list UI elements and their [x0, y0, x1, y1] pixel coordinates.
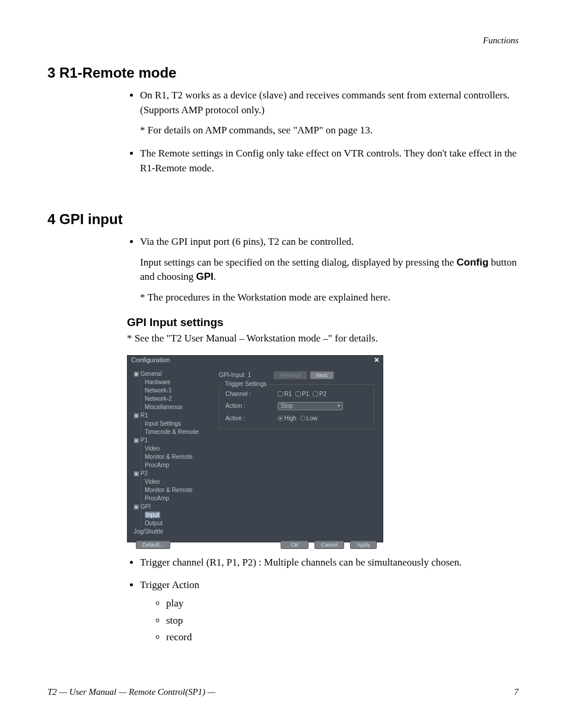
default-button[interactable]: Default...: [136, 541, 170, 549]
action-label: Action :: [225, 403, 278, 409]
active-high-radio[interactable]: High: [278, 415, 297, 422]
list-item: stop: [166, 614, 519, 628]
channel-r1-checkbox[interactable]: R1: [278, 391, 292, 397]
list-item: record: [166, 630, 519, 645]
note-text: * The procedures in the Workstation mode…: [140, 290, 519, 305]
tree-node-p2-procamp[interactable]: ProcAmp: [145, 494, 213, 503]
body-paragraph: Input settings can be specified on the s…: [140, 256, 519, 285]
tree-node-p1[interactable]: P1: [141, 437, 148, 443]
gpi-input-label: GPI-Input: [219, 372, 244, 378]
tree-node-network1[interactable]: Network-1: [145, 387, 213, 395]
list-item: Via the GPI input port (6 pins), T2 can …: [140, 235, 519, 305]
page-number: 7: [514, 687, 519, 697]
config-tree[interactable]: ▣ General Hardware Network-1 Network-2 M…: [128, 370, 217, 536]
gpi-ref: GPI: [196, 271, 213, 282]
body-text: On R1, T2 works as a device (slave) and …: [140, 90, 510, 116]
channel-p2-checkbox[interactable]: P2: [313, 391, 326, 397]
tree-node-misc[interactable]: Miscellaneous: [145, 403, 213, 411]
close-icon[interactable]: ×: [374, 356, 379, 364]
gpi-input-settings-heading: GPI Input settings: [127, 316, 519, 329]
channel-p1-checkbox[interactable]: P1: [295, 391, 309, 397]
list-item: Trigger Action play stop record: [140, 578, 519, 645]
footer-left: T2 — User Manual — Remote Control(SP1) —: [47, 687, 215, 697]
cancel-button[interactable]: Cancel: [314, 541, 344, 549]
trigger-form: GPI-Input 1 Previous Next Trigger Settin…: [217, 370, 383, 536]
next-button[interactable]: Next: [310, 371, 334, 379]
active-low-radio[interactable]: Low: [300, 415, 317, 422]
after-dialog-list: Trigger channel (R1, P1, P2) : Multiple …: [127, 555, 519, 645]
tree-node-p1-procamp[interactable]: ProcAmp: [145, 461, 213, 470]
gpi-input-number: 1: [247, 372, 251, 378]
list-item: Trigger channel (R1, P1, P2) : Multiple …: [140, 555, 519, 570]
body-text: The Remote settings in Config only take …: [140, 148, 517, 174]
action-select[interactable]: Stop▾: [278, 402, 343, 410]
tree-node-p1-monitor[interactable]: Monitor & Remote: [145, 453, 213, 461]
list-item: On R1, T2 works as a device (slave) and …: [140, 88, 519, 138]
previous-button: Previous: [274, 371, 307, 379]
section3-heading: 3 R1-Remote mode: [47, 65, 519, 81]
note-text: * See the "T2 User Manual – Workstation …: [127, 333, 519, 344]
section4-heading: 4 GPI input: [47, 211, 519, 228]
dialog-title: Configuration: [131, 356, 170, 363]
tree-node-gpi[interactable]: GPI: [141, 503, 151, 510]
tree-node-r1[interactable]: R1: [141, 412, 148, 419]
list-item: play: [166, 596, 519, 611]
tree-node-gpi-input[interactable]: Input: [145, 511, 213, 519]
tree-node-gpi-output[interactable]: Output: [145, 519, 213, 528]
text-run: .: [214, 271, 216, 282]
dialog-titlebar: Configuration ×: [128, 356, 383, 364]
tree-node-hardware[interactable]: Hardware: [145, 378, 213, 387]
list-item: The Remote settings in Config only take …: [140, 146, 519, 175]
tree-node-input-settings[interactable]: Input Settings: [145, 420, 213, 428]
tree-node-p2[interactable]: P2: [141, 470, 148, 477]
apply-button[interactable]: Apply: [350, 541, 377, 549]
ok-button[interactable]: OK: [281, 541, 309, 549]
channel-label: Channel :: [225, 391, 278, 397]
configuration-dialog: Configuration × ▣ General Hardware Netwo…: [127, 355, 383, 542]
tree-node-timecode[interactable]: Timecode & Remote: [145, 428, 213, 436]
chevron-down-icon: ▾: [338, 403, 340, 408]
tree-node-p2-monitor[interactable]: Monitor & Remote: [145, 486, 213, 494]
config-ref: Config: [457, 257, 489, 268]
body-text: Trigger Action: [140, 579, 199, 590]
tree-node-network2[interactable]: Network-2: [145, 395, 213, 403]
tree-node-p2-video[interactable]: Video: [145, 478, 213, 486]
tree-node-p1-video[interactable]: Video: [145, 445, 213, 453]
section4-list: Via the GPI input port (6 pins), T2 can …: [127, 235, 519, 305]
body-text: Via the GPI input port (6 pins), T2 can …: [140, 236, 354, 247]
text-run: Input settings can be specified on the s…: [140, 257, 457, 268]
section3-list: On R1, T2 works as a device (slave) and …: [127, 88, 519, 175]
trigger-legend: Trigger Settings: [223, 381, 268, 387]
active-label: Active :: [225, 415, 278, 422]
tree-node-jog[interactable]: Jog/Shuttle: [133, 528, 213, 536]
tree-node-general[interactable]: General: [141, 371, 162, 377]
body-text: Trigger channel (R1, P1, P2) : Multiple …: [140, 557, 462, 568]
running-header: Functions: [47, 36, 519, 46]
note-text: * For details on AMP commands, see "AMP"…: [140, 123, 519, 138]
trigger-settings-group: Trigger Settings Channel : R1 P1 P2 Acti…: [219, 384, 374, 429]
